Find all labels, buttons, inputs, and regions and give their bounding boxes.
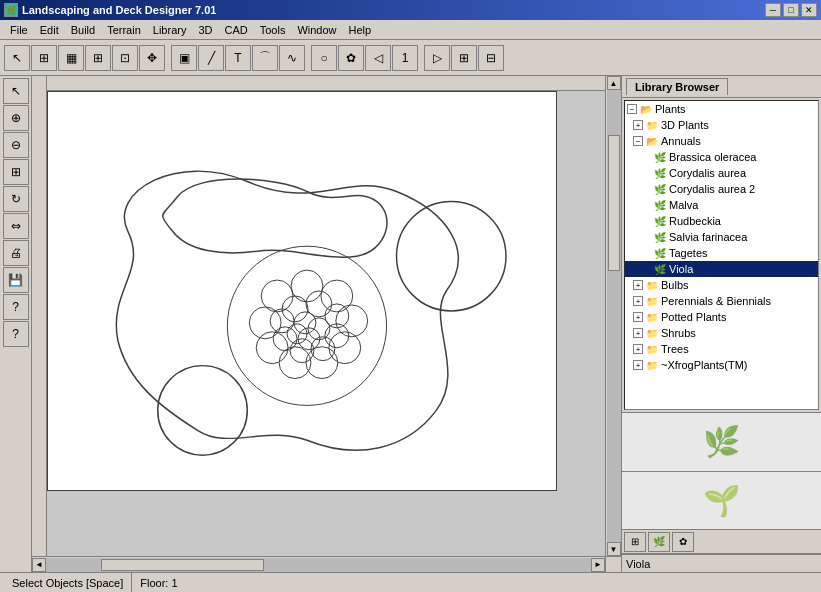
window-title: Landscaping and Deck Designer 7.01 bbox=[22, 4, 216, 16]
menu-item-build[interactable]: Build bbox=[65, 22, 101, 38]
preview-grid-button[interactable]: ⊞ bbox=[624, 532, 646, 552]
horizontal-scrollbar[interactable]: ◄ ► bbox=[32, 556, 605, 572]
tree-item-plants[interactable]: −📂Plants bbox=[625, 101, 818, 117]
expand-icon-potted[interactable]: + bbox=[633, 312, 643, 322]
circle-tool[interactable]: ○ bbox=[311, 45, 337, 71]
expand-icon-perennials[interactable]: + bbox=[633, 296, 643, 306]
menu-item-help[interactable]: Help bbox=[343, 22, 378, 38]
hand-tool[interactable]: ⊕ bbox=[3, 105, 29, 131]
menu-item-window[interactable]: Window bbox=[291, 22, 342, 38]
expand-icon-3dplants[interactable]: + bbox=[633, 120, 643, 130]
menu-item-cad[interactable]: CAD bbox=[218, 22, 253, 38]
tree-item-trees[interactable]: +📁Trees bbox=[625, 341, 818, 357]
preview-label: Viola bbox=[622, 554, 821, 572]
close-button[interactable]: ✕ bbox=[801, 3, 817, 17]
preview-panel-top: 🌿 bbox=[622, 413, 821, 472]
library-browser-tab[interactable]: Library Browser bbox=[626, 78, 728, 95]
tree-item-malva[interactable]: 🌿Malva bbox=[625, 197, 818, 213]
tree-item-bulbs[interactable]: +📁Bulbs bbox=[625, 277, 818, 293]
title-buttons[interactable]: ─ □ ✕ bbox=[765, 3, 817, 17]
tree-item-salvia[interactable]: 🌿Salvia farinacea bbox=[625, 229, 818, 245]
menu-item-library[interactable]: Library bbox=[147, 22, 193, 38]
tree-item-viola[interactable]: 🌿Viola bbox=[625, 261, 818, 277]
tree-item-rudbeckia[interactable]: 🌿Rudbeckia bbox=[625, 213, 818, 229]
select-tool[interactable]: ↖ bbox=[4, 45, 30, 71]
tree-label-rudbeckia: Rudbeckia bbox=[669, 215, 721, 227]
menu-item-edit[interactable]: Edit bbox=[34, 22, 65, 38]
scroll-track-vertical[interactable] bbox=[607, 90, 621, 542]
menu-bar: FileEditBuildTerrainLibrary3DCADToolsWin… bbox=[0, 20, 821, 40]
shape-tool[interactable]: ⌒ bbox=[252, 45, 278, 71]
expand-icon-plants[interactable]: − bbox=[627, 104, 637, 114]
scroll-thumb-vertical[interactable] bbox=[608, 135, 620, 271]
tree-item-annuals[interactable]: −📂Annuals bbox=[625, 133, 818, 149]
scroll-thumb-horizontal[interactable] bbox=[101, 559, 265, 571]
fit-tool[interactable]: ↻ bbox=[3, 186, 29, 212]
print-tool[interactable]: 💾 bbox=[3, 267, 29, 293]
tree-icon-perennials: 📁 bbox=[645, 294, 659, 308]
expand-icon-annuals[interactable]: − bbox=[633, 136, 643, 146]
main-drawing bbox=[48, 92, 556, 490]
svg-point-4 bbox=[291, 270, 323, 302]
save-tool[interactable]: ? bbox=[3, 294, 29, 320]
tree-label-corydalis2: Corydalis aurea 2 bbox=[669, 183, 755, 195]
expand-icon-shrubs[interactable]: + bbox=[633, 328, 643, 338]
scroll-down-button[interactable]: ▼ bbox=[607, 542, 621, 556]
camera-tool[interactable]: ⊟ bbox=[478, 45, 504, 71]
preview-leaf-button[interactable]: 🌿 bbox=[648, 532, 670, 552]
plant-tool[interactable]: ✿ bbox=[338, 45, 364, 71]
menu-item-tools[interactable]: Tools bbox=[254, 22, 292, 38]
layer-tool[interactable]: ▦ bbox=[58, 45, 84, 71]
library-tree[interactable]: −📂Plants+📁3D Plants−📂Annuals🌿Brassica ol… bbox=[624, 100, 819, 410]
curve-tool[interactable]: ∿ bbox=[279, 45, 305, 71]
expand-icon-bulbs[interactable]: + bbox=[633, 280, 643, 290]
minimize-button[interactable]: ─ bbox=[765, 3, 781, 17]
vertical-scrollbar[interactable]: ▲ ▼ bbox=[605, 76, 621, 556]
tree-icon-bulbs: 📁 bbox=[645, 278, 659, 292]
maximize-button[interactable]: □ bbox=[783, 3, 799, 17]
view-tool[interactable]: ▣ bbox=[171, 45, 197, 71]
zoom-tool[interactable]: ⊞ bbox=[31, 45, 57, 71]
title-bar: 🌿 Landscaping and Deck Designer 7.01 ─ □… bbox=[0, 0, 821, 20]
arrow-tool[interactable]: ↖ bbox=[3, 78, 29, 104]
expand-icon-xfrog[interactable]: + bbox=[633, 360, 643, 370]
tree-item-3dplants[interactable]: +📁3D Plants bbox=[625, 117, 818, 133]
tree-item-corydalis2[interactable]: 🌿Corydalis aurea 2 bbox=[625, 181, 818, 197]
rotate-tool[interactable]: ⇔ bbox=[3, 213, 29, 239]
zoom-in-tool[interactable]: ⊖ bbox=[3, 132, 29, 158]
menu-item-3d[interactable]: 3D bbox=[192, 22, 218, 38]
title-bar-left: 🌿 Landscaping and Deck Designer 7.01 bbox=[4, 3, 216, 17]
scroll-track-horizontal[interactable] bbox=[46, 558, 591, 572]
tree-label-perennials: Perennials & Biennials bbox=[661, 295, 771, 307]
text-tool[interactable]: T bbox=[225, 45, 251, 71]
scroll-up-button[interactable]: ▲ bbox=[607, 76, 621, 90]
menu-item-file[interactable]: File bbox=[4, 22, 34, 38]
tree-item-tagetes[interactable]: 🌿Tagetes bbox=[625, 245, 818, 261]
num-tool[interactable]: 1 bbox=[392, 45, 418, 71]
help-tool[interactable]: ? bbox=[3, 321, 29, 347]
tree-item-perennials[interactable]: +📁Perennials & Biennials bbox=[625, 293, 818, 309]
flip-tool[interactable]: 🖨 bbox=[3, 240, 29, 266]
tree-label-shrubs: Shrubs bbox=[661, 327, 696, 339]
scroll-left-button[interactable]: ◄ bbox=[32, 558, 46, 572]
tree-item-shrubs[interactable]: +📁Shrubs bbox=[625, 325, 818, 341]
tree-item-potted[interactable]: +📁Potted Plants bbox=[625, 309, 818, 325]
snap-tool[interactable]: ⊡ bbox=[112, 45, 138, 71]
line-tool[interactable]: ╱ bbox=[198, 45, 224, 71]
render-tool[interactable]: ⊞ bbox=[451, 45, 477, 71]
status-bar: Select Objects [Space] Floor: 1 bbox=[0, 572, 821, 592]
menu-item-terrain[interactable]: Terrain bbox=[101, 22, 147, 38]
next-tool[interactable]: ▷ bbox=[424, 45, 450, 71]
tree-item-xfrog[interactable]: +📁~XfrogPlants(TM) bbox=[625, 357, 818, 373]
prev-tool[interactable]: ◁ bbox=[365, 45, 391, 71]
tree-item-brassica[interactable]: 🌿Brassica oleracea bbox=[625, 149, 818, 165]
expand-icon-trees[interactable]: + bbox=[633, 344, 643, 354]
tree-item-corydalis1[interactable]: 🌿Corydalis aurea bbox=[625, 165, 818, 181]
drawing-canvas[interactable] bbox=[47, 91, 557, 491]
preview-flower-button[interactable]: ✿ bbox=[672, 532, 694, 552]
move-tool[interactable]: ✥ bbox=[139, 45, 165, 71]
zoom-out-tool[interactable]: ⊞ bbox=[3, 159, 29, 185]
grid-tool[interactable]: ⊞ bbox=[85, 45, 111, 71]
scroll-right-button[interactable]: ► bbox=[591, 558, 605, 572]
svg-point-5 bbox=[321, 280, 353, 312]
